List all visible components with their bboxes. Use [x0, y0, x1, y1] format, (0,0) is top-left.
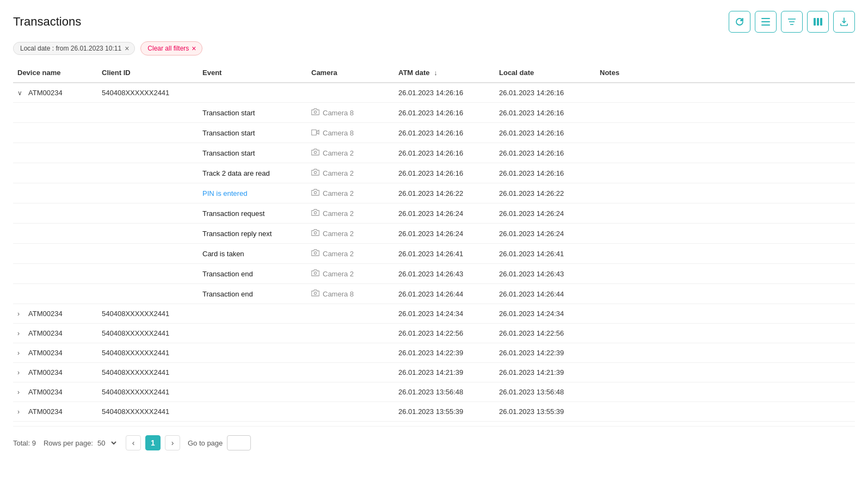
svg-rect-7 — [817, 18, 819, 26]
camera-name: Camera 2 — [323, 250, 354, 258]
cell-client: 540408XXXXXX2441 — [97, 304, 198, 324]
cell-event: Transaction start — [198, 123, 307, 143]
event-text: Transaction end — [202, 270, 253, 278]
table-row: Transaction reply nextCamera 226.01.2023… — [13, 224, 855, 244]
cell-event — [198, 304, 307, 324]
cell-notes — [595, 103, 855, 123]
svg-point-11 — [314, 151, 316, 153]
cell-event: Transaction end — [198, 284, 307, 304]
row-chevron[interactable]: › — [17, 330, 25, 337]
cell-notes — [595, 83, 855, 103]
cell-camera — [307, 382, 394, 402]
event-text: Transaction start — [202, 149, 255, 157]
cell-event: Transaction start — [198, 103, 307, 123]
event-text: PIN is entered — [202, 189, 247, 197]
cell-camera — [307, 304, 394, 324]
cell-client — [97, 203, 198, 224]
cell-camera — [307, 83, 394, 103]
cell-atm-date: 26.01.2023 14:26:16 — [394, 103, 495, 123]
cell-device — [13, 203, 97, 224]
cell-client — [97, 244, 198, 264]
row-chevron[interactable]: › — [17, 369, 25, 376]
active-filter-chip[interactable]: Local date : from 26.01.2023 10:11 × — [13, 42, 135, 55]
cell-local-date: 26.01.2023 14:26:43 — [495, 264, 595, 284]
go-to-page-input[interactable] — [227, 435, 251, 450]
col-header-atm-date[interactable]: ATM date ↓ — [394, 63, 495, 83]
svg-rect-10 — [312, 130, 317, 135]
row-chevron[interactable]: › — [17, 408, 25, 416]
cell-client: 540408XXXXXX2441 — [97, 382, 198, 402]
refresh-button[interactable] — [729, 11, 750, 33]
svg-point-9 — [314, 111, 316, 113]
table-row: ›ATM00234540408XXXXXX244126.01.2023 14:2… — [13, 363, 855, 382]
cell-event: Transaction reply next — [198, 224, 307, 244]
cell-camera: Camera 2 — [307, 244, 394, 264]
camera-icon — [311, 229, 319, 238]
cell-local-date: 26.01.2023 14:26:24 — [495, 224, 595, 244]
cell-atm-date: 26.01.2023 14:26:43 — [394, 264, 495, 284]
cell-local-date: 26.01.2023 14:26:16 — [495, 123, 595, 143]
cell-notes — [595, 203, 855, 224]
cell-client — [97, 183, 198, 203]
rows-per-page: Rows per page: 50 25 100 — [44, 438, 118, 448]
row-chevron[interactable]: › — [17, 310, 25, 318]
table-footer: Total: 9 Rows per page: 50 25 100 ‹ 1 › … — [13, 426, 855, 455]
list-view-button[interactable] — [755, 11, 777, 33]
cell-event: PIN is entered — [198, 183, 307, 203]
svg-point-17 — [314, 272, 316, 274]
row-chevron[interactable]: › — [17, 349, 25, 357]
cell-notes — [595, 363, 855, 382]
cell-event — [198, 343, 307, 363]
cell-local-date: 26.01.2023 14:26:16 — [495, 103, 595, 123]
cell-notes — [595, 264, 855, 284]
clear-all-close-icon[interactable]: × — [192, 44, 196, 53]
export-button[interactable] — [833, 11, 855, 33]
device-name-text: ATM00234 — [28, 349, 63, 357]
cell-notes — [595, 143, 855, 163]
filter-button[interactable] — [781, 11, 803, 33]
camera-icon — [311, 149, 319, 157]
page-1-button[interactable]: 1 — [145, 435, 161, 450]
cell-notes — [595, 224, 855, 244]
cell-notes — [595, 343, 855, 363]
filter-chip-close[interactable]: × — [125, 45, 129, 52]
clear-all-button[interactable]: Clear all filters × — [140, 41, 202, 55]
svg-point-18 — [314, 292, 316, 294]
total-count: Total: 9 — [13, 439, 36, 447]
cell-event — [198, 402, 307, 422]
cell-atm-date: 26.01.2023 14:26:41 — [394, 244, 495, 264]
cell-device: ›ATM00234 — [13, 343, 97, 363]
table-row: ∨ATM00234540408XXXXXX244126.01.2023 14:2… — [13, 83, 855, 103]
cell-local-date: 26.01.2023 14:26:16 — [495, 143, 595, 163]
svg-point-14 — [314, 212, 316, 214]
cell-notes — [595, 244, 855, 264]
cell-device: ›ATM00234 — [13, 402, 97, 422]
cell-local-date: 26.01.2023 13:56:48 — [495, 382, 595, 402]
rows-per-page-select[interactable]: 50 25 100 — [95, 438, 118, 448]
columns-button[interactable] — [807, 11, 829, 33]
cell-device: ›ATM00234 — [13, 363, 97, 382]
next-page-button[interactable]: › — [165, 435, 180, 450]
col-header-camera: Camera — [307, 63, 394, 83]
device-name-text: ATM00234 — [28, 310, 63, 318]
camera-name: Camera 8 — [323, 290, 354, 298]
table-row: ›ATM00234540408XXXXXX244126.01.2023 13:5… — [13, 402, 855, 422]
prev-page-button[interactable]: ‹ — [126, 435, 141, 450]
cell-client — [97, 143, 198, 163]
row-chevron[interactable]: › — [17, 388, 25, 396]
cell-device: ›ATM00234 — [13, 324, 97, 343]
cell-camera — [307, 402, 394, 422]
cell-local-date: 26.01.2023 14:26:41 — [495, 244, 595, 264]
camera-name: Camera 8 — [323, 129, 354, 137]
col-header-device: Device name — [13, 63, 97, 83]
table-row: ›ATM00234540408XXXXXX244126.01.2023 14:2… — [13, 343, 855, 363]
cell-local-date: 26.01.2023 14:26:22 — [495, 183, 595, 203]
cell-notes — [595, 304, 855, 324]
cell-camera: Camera 8 — [307, 284, 394, 304]
device-name-text: ATM00234 — [28, 89, 63, 97]
table-row: ›ATM00234540408XXXXXX244126.01.2023 14:2… — [13, 304, 855, 324]
cell-notes — [595, 183, 855, 203]
cell-camera: Camera 2 — [307, 183, 394, 203]
row-chevron[interactable]: ∨ — [17, 89, 25, 97]
cell-device — [13, 284, 97, 304]
